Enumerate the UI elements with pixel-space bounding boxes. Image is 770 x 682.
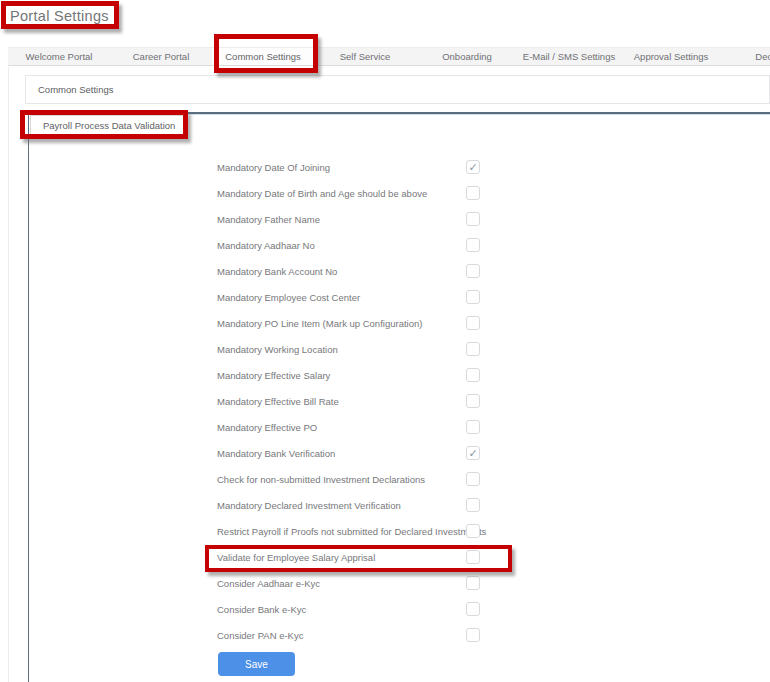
setting-row: Mandatory Effective Bill Rate: [215, 388, 515, 414]
checkbox-unchecked[interactable]: [466, 212, 480, 226]
tab-welcome-portal[interactable]: Welcome Portal: [8, 48, 110, 65]
setting-label: Mandatory PO Line Item (Mark up Configur…: [217, 318, 422, 329]
setting-label: Mandatory Bank Verification: [217, 448, 335, 459]
setting-label: Mandatory Employee Cost Center: [217, 292, 360, 303]
save-button[interactable]: Save: [218, 652, 295, 676]
setting-row: Mandatory PO Line Item (Mark up Configur…: [215, 310, 515, 336]
checkbox-unchecked[interactable]: [466, 550, 480, 564]
checkbox-unchecked[interactable]: [466, 472, 480, 486]
setting-label: Mandatory Effective PO: [217, 422, 317, 433]
setting-label: Check for non-submitted Investment Decla…: [217, 474, 425, 485]
setting-label: Mandatory Effective Salary: [217, 370, 330, 381]
setting-row: Mandatory Employee Cost Center: [215, 284, 515, 310]
panel-header-common-settings: Common Settings: [25, 75, 770, 104]
setting-label: Mandatory Aadhaar No: [217, 240, 315, 251]
checkbox-unchecked[interactable]: [466, 576, 480, 590]
checkbox-unchecked[interactable]: [466, 264, 480, 278]
checkbox-unchecked[interactable]: [466, 628, 480, 642]
setting-row: Mandatory Bank Verification✓: [215, 440, 515, 466]
setting-label: Mandatory Father Name: [217, 214, 320, 225]
tab-onboarding[interactable]: Onboarding: [416, 48, 518, 65]
setting-label: Mandatory Date of Birth and Age should b…: [217, 188, 427, 199]
portal-settings-page: Portal Settings Welcome PortalCareer Por…: [0, 0, 770, 682]
setting-row: Check for non-submitted Investment Decla…: [215, 466, 515, 492]
settings-checkbox-list: Mandatory Date Of Joining✓Mandatory Date…: [215, 154, 515, 648]
checkbox-unchecked[interactable]: [466, 342, 480, 356]
setting-row: Mandatory Date Of Joining✓: [215, 154, 515, 180]
checkbox-unchecked[interactable]: [466, 420, 480, 434]
setting-label: Consider Bank e-Kyc: [217, 604, 306, 615]
setting-label: Mandatory Declared Investment Verificati…: [217, 500, 401, 511]
settings-tab-bar: Welcome PortalCareer PortalCommon Settin…: [8, 47, 770, 66]
tab-career-portal[interactable]: Career Portal: [110, 48, 212, 65]
setting-row: Mandatory Working Location: [215, 336, 515, 362]
panel-header-label: Common Settings: [38, 84, 114, 95]
setting-row: Mandatory Effective Salary: [215, 362, 515, 388]
setting-row: Consider PAN e-Kyc: [215, 622, 515, 648]
section-legend-label: Payroll Process Data Validation: [43, 120, 175, 131]
setting-row: Mandatory Declared Investment Verificati…: [215, 492, 515, 518]
checkbox-unchecked[interactable]: [466, 524, 480, 538]
tab-approval-settings[interactable]: Approval Settings: [620, 48, 722, 65]
checkbox-unchecked[interactable]: [466, 238, 480, 252]
setting-row: Mandatory Effective PO: [215, 414, 515, 440]
tab-e-mail-sms-settings[interactable]: E-Mail / SMS Settings: [518, 48, 620, 65]
setting-row: Mandatory Bank Account No: [215, 258, 515, 284]
checkbox-unchecked[interactable]: [466, 394, 480, 408]
section-legend: Payroll Process Data Validation: [30, 115, 188, 135]
checkbox-unchecked[interactable]: [466, 602, 480, 616]
page-title: Portal Settings: [10, 8, 109, 24]
setting-label: Consider PAN e-Kyc: [217, 630, 303, 641]
setting-row: Validate for Employee Salary Apprisal: [215, 544, 515, 570]
checkbox-unchecked[interactable]: [466, 368, 480, 382]
setting-label: Mandatory Effective Bill Rate: [217, 396, 339, 407]
checkbox-unchecked[interactable]: [466, 316, 480, 330]
setting-label: Consider Aadhaar e-Kyc: [217, 578, 320, 589]
setting-row: Mandatory Date of Birth and Age should b…: [215, 180, 515, 206]
checkmark-icon: ✓: [468, 162, 477, 173]
checkbox-unchecked[interactable]: [466, 498, 480, 512]
content-left-border: [8, 67, 9, 682]
setting-label: Mandatory Date Of Joining: [217, 162, 330, 173]
setting-label: Mandatory Bank Account No: [217, 266, 337, 277]
checkbox-checked[interactable]: ✓: [466, 446, 480, 460]
setting-row: Mandatory Aadhaar No: [215, 232, 515, 258]
checkbox-checked[interactable]: ✓: [466, 160, 480, 174]
tab-common-settings[interactable]: Common Settings: [212, 48, 314, 65]
checkmark-icon: ✓: [468, 448, 477, 459]
setting-row: Consider Bank e-Kyc: [215, 596, 515, 622]
setting-label: Restrict Payroll if Proofs not submitted…: [217, 526, 486, 537]
checkbox-unchecked[interactable]: [466, 186, 480, 200]
tab-self-service[interactable]: Self Service: [314, 48, 416, 65]
setting-label: Mandatory Working Location: [217, 344, 338, 355]
tab-declarat[interactable]: Declarat: [722, 48, 770, 65]
setting-label: Validate for Employee Salary Apprisal: [217, 552, 375, 563]
setting-row: Mandatory Father Name: [215, 206, 515, 232]
checkbox-unchecked[interactable]: [466, 290, 480, 304]
setting-row: Consider Aadhaar e-Kyc: [215, 570, 515, 596]
setting-row: Restrict Payroll if Proofs not submitted…: [215, 518, 515, 544]
